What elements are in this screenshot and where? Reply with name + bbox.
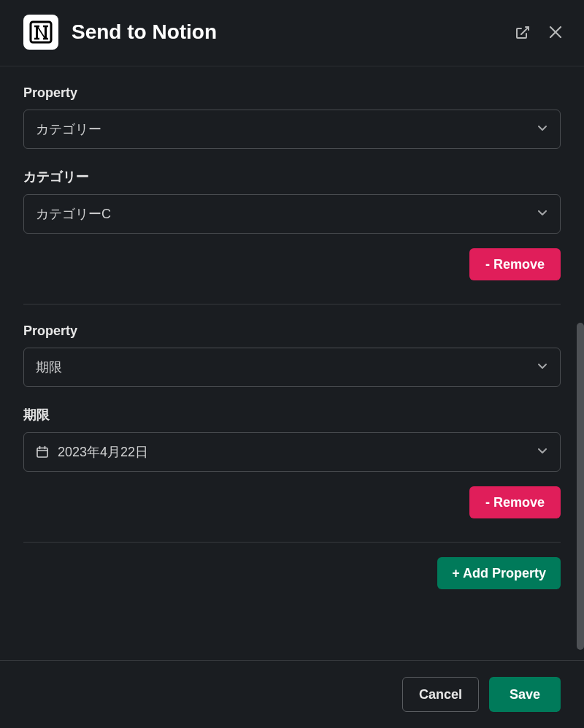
- select-value: 期限: [36, 359, 537, 376]
- remove-row: - Remove: [23, 248, 561, 280]
- field-label-category: カテゴリー: [23, 168, 561, 185]
- chevron-down-icon: [537, 207, 548, 222]
- remove-row: - Remove: [23, 486, 561, 518]
- chevron-down-icon: [537, 360, 548, 375]
- send-to-notion-modal: Send to Notion Property カテゴリー: [0, 0, 584, 728]
- calendar-icon: [36, 445, 49, 459]
- property-label: Property: [23, 85, 561, 101]
- modal-footer: Cancel Save: [0, 660, 584, 728]
- property-label: Property: [23, 323, 561, 339]
- field-select-deadline-value[interactable]: 2023年4月22日: [23, 432, 561, 472]
- modal-header: Send to Notion: [0, 0, 584, 66]
- divider: [23, 542, 561, 543]
- divider: [23, 304, 561, 304]
- select-value: カテゴリーC: [36, 205, 537, 223]
- field-label-deadline: 期限: [23, 406, 561, 424]
- scrollbar-thumb[interactable]: [577, 323, 584, 650]
- cancel-button[interactable]: Cancel: [402, 677, 479, 712]
- chevron-down-icon: [537, 445, 548, 460]
- modal-title: Send to Notion: [72, 20, 514, 44]
- open-external-icon[interactable]: [514, 24, 530, 40]
- select-value: カテゴリー: [36, 120, 537, 138]
- add-property-button[interactable]: + Add Property: [437, 557, 561, 589]
- save-button[interactable]: Save: [489, 677, 561, 712]
- field-select-category-value[interactable]: カテゴリーC: [23, 194, 561, 234]
- property-select-category[interactable]: カテゴリー: [23, 110, 561, 149]
- property-select-deadline[interactable]: 期限: [23, 348, 561, 387]
- modal-body: Property カテゴリー カテゴリー カテゴリーC - Remove Pro…: [0, 66, 584, 660]
- close-icon[interactable]: [548, 24, 564, 40]
- chevron-down-icon: [537, 122, 548, 137]
- add-property-row: + Add Property: [23, 557, 561, 589]
- select-value: 2023年4月22日: [58, 443, 537, 461]
- remove-button[interactable]: - Remove: [469, 486, 561, 518]
- notion-logo-icon: [23, 15, 58, 50]
- svg-rect-7: [37, 448, 47, 458]
- remove-button[interactable]: - Remove: [469, 248, 561, 280]
- header-actions: [514, 24, 564, 40]
